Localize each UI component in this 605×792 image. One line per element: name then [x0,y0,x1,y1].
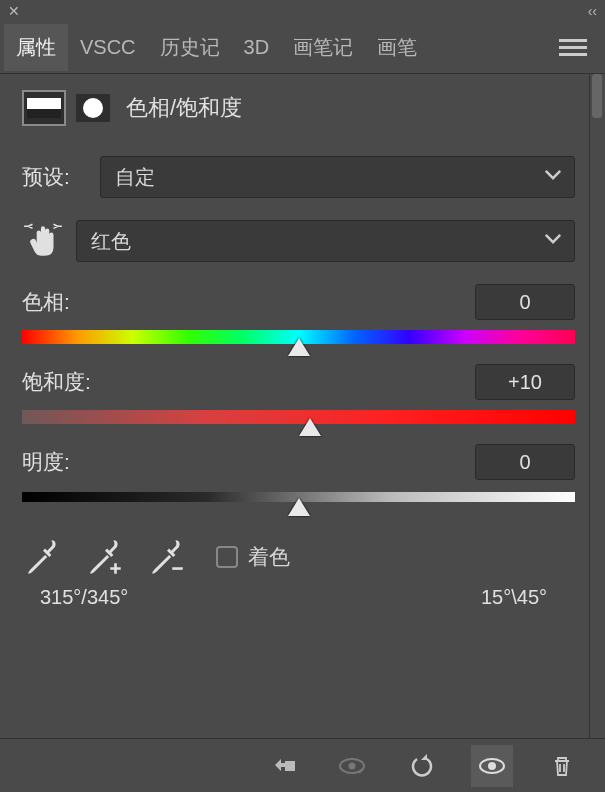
svg-point-2 [349,762,356,769]
reset-icon[interactable] [401,745,443,787]
tab-properties[interactable]: 属性 [4,24,68,71]
range-left: 315°/345° [40,586,128,609]
hue-value[interactable]: 0 [475,284,575,320]
saturation-value[interactable]: +10 [475,364,575,400]
adjustment-title: 色相/饱和度 [126,93,242,123]
tab-3d[interactable]: 3D [232,26,282,69]
footer-bar [0,738,605,792]
tab-brush[interactable]: 画笔 [365,24,429,71]
panel-menu-icon[interactable] [559,35,587,60]
preset-label: 预设: [22,163,88,191]
chevron-down-icon [544,230,562,253]
colorize-label: 着色 [248,543,290,571]
eyedropper-add-icon[interactable] [84,536,126,578]
clip-to-layer-icon[interactable] [261,745,303,787]
hue-label: 色相: [22,288,70,316]
collapse-icon[interactable]: ‹‹ [588,3,597,19]
lightness-slider[interactable] [22,488,575,506]
tab-bar: 属性 VSCC 历史记 3D 画笔记 画笔 [0,22,605,74]
hue-slider[interactable] [22,328,575,346]
colorize-checkbox[interactable] [216,546,238,568]
scrollbar[interactable] [589,74,605,738]
channel-select[interactable]: 红色 [76,220,575,262]
saturation-label: 饱和度: [22,368,91,396]
eyedropper-subtract-icon[interactable] [146,536,188,578]
eyedropper-icon[interactable] [22,536,64,578]
slider-thumb[interactable] [299,418,321,436]
lightness-value[interactable]: 0 [475,444,575,480]
tab-history[interactable]: 历史记 [148,24,232,71]
visibility-icon[interactable] [471,745,513,787]
close-icon[interactable]: ✕ [8,3,20,19]
svg-rect-0 [285,761,295,771]
slider-thumb[interactable] [288,498,310,516]
lightness-label: 明度: [22,448,70,476]
scrubby-hand-icon[interactable] [22,221,64,261]
tab-vsco[interactable]: VSCC [68,26,148,69]
mask-icon[interactable] [76,94,110,122]
tab-brush-settings[interactable]: 画笔记 [281,24,365,71]
preset-select[interactable]: 自定 [100,156,575,198]
slider-thumb[interactable] [288,338,310,356]
view-previous-icon[interactable] [331,745,373,787]
delete-icon[interactable] [541,745,583,787]
svg-point-4 [488,762,496,770]
range-right: 15°\45° [481,586,547,609]
saturation-slider[interactable] [22,408,575,426]
adjustment-icon[interactable] [22,90,66,126]
chevron-down-icon [544,166,562,189]
